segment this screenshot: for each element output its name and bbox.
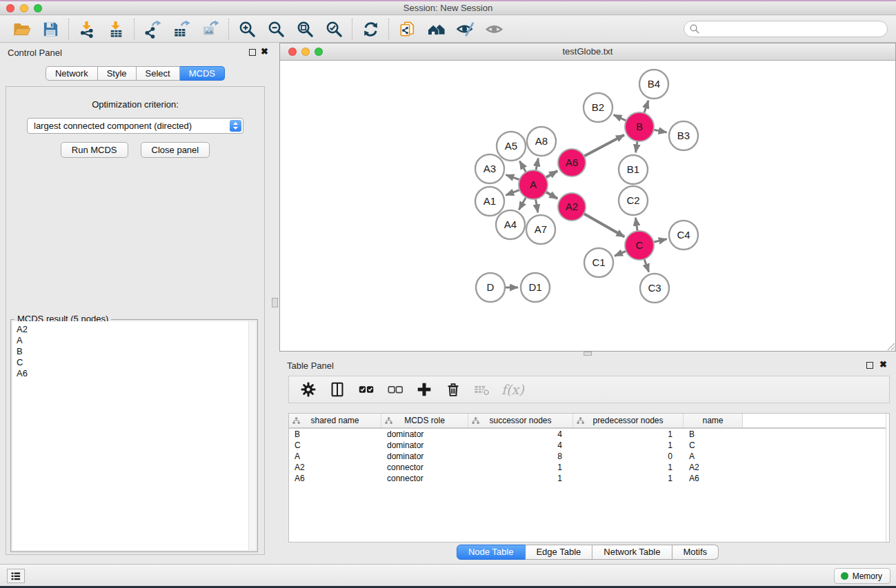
graph-node-C1[interactable]: C1 (584, 248, 613, 277)
select-all-rows-button[interactable] (354, 378, 379, 401)
tab-select[interactable]: Select (137, 66, 180, 81)
refresh-button[interactable] (356, 17, 385, 41)
minimize-network-button[interactable] (301, 48, 310, 56)
graph-node-C2[interactable]: C2 (619, 186, 648, 215)
graph-node-C4[interactable]: C4 (669, 221, 698, 250)
graph-node-A7[interactable]: A7 (526, 215, 555, 244)
add-column-button[interactable] (412, 378, 437, 401)
select-all-rows-icon (357, 381, 375, 398)
tab-network[interactable]: Network (46, 66, 98, 81)
mcds-result-list[interactable]: A2ABCA6 (12, 321, 248, 550)
delete-table-button[interactable] (470, 378, 495, 401)
minimize-window-button[interactable] (20, 4, 28, 12)
graph-node-A6[interactable]: A6 (558, 149, 586, 176)
memory-button[interactable]: Memory (834, 568, 890, 584)
table-cell: B (684, 429, 743, 439)
task-history-button[interactable] (7, 569, 25, 583)
graph-node-D1[interactable]: D1 (521, 273, 550, 302)
column-header-predecessor-nodes[interactable]: predecessor nodes (573, 414, 684, 427)
graph-node-B2[interactable]: B2 (584, 93, 613, 122)
graph-node-A4[interactable]: A4 (496, 210, 525, 239)
float-panel-icon[interactable] (249, 49, 256, 56)
show-columns-button[interactable] (325, 378, 350, 401)
graph-node-A3[interactable]: A3 (475, 154, 504, 183)
table-row[interactable]: Adominator80A (289, 451, 889, 462)
table-cell: 1 (468, 474, 573, 483)
export-network-button[interactable] (138, 17, 167, 41)
open-file-button[interactable] (7, 17, 36, 41)
result-item[interactable]: C (17, 357, 248, 368)
zoom-out-button[interactable] (261, 17, 290, 41)
list-icon (10, 570, 22, 582)
tab-edge-table[interactable]: Edge Table (525, 545, 593, 560)
tab-style[interactable]: Style (98, 66, 137, 81)
svg-text:A7: A7 (535, 223, 547, 235)
optimization-criterion-select[interactable]: largest connected component (directed) (27, 118, 243, 134)
result-scrollbar[interactable] (248, 321, 256, 550)
column-header-successor-nodes[interactable]: successor nodes (468, 414, 573, 427)
vertical-splitter[interactable] (270, 43, 279, 564)
graph-node-C3[interactable]: C3 (640, 274, 669, 303)
close-panel-icon[interactable]: ✖ (261, 47, 268, 57)
column-header-name[interactable]: name (684, 414, 743, 427)
search-input[interactable] (684, 21, 888, 37)
import-network-button[interactable] (72, 17, 101, 41)
table-row[interactable]: Cdominator41C (289, 440, 889, 451)
run-mcds-button[interactable]: Run MCDS (61, 142, 128, 158)
network-canvas[interactable]: B4B2BB3A8A5A6A3B1AC2A1A2A4A7C4CC1C3DD1 (280, 61, 895, 351)
resize-grip-icon[interactable] (886, 341, 895, 351)
result-item[interactable]: A2 (17, 324, 248, 335)
graph-node-A[interactable]: A (519, 170, 548, 199)
table-scrollbar[interactable] (886, 414, 889, 542)
zoom-in-button[interactable] (232, 17, 261, 41)
unselect-all-rows-button[interactable] (383, 378, 408, 401)
table-cell: connector (381, 463, 468, 472)
result-item[interactable]: B (17, 346, 248, 357)
graph-node-A8[interactable]: A8 (527, 127, 556, 156)
graph-node-D[interactable]: D (476, 273, 505, 302)
hide-panels-button[interactable] (450, 17, 479, 41)
splitter-handle[interactable] (272, 298, 278, 307)
table-row[interactable]: Bdominator41B (289, 429, 889, 440)
export-image-button[interactable] (196, 17, 225, 41)
delete-column-button[interactable] (441, 378, 466, 401)
zoom-fit-button[interactable] (290, 17, 319, 41)
tab-motifs[interactable]: Motifs (672, 545, 719, 560)
close-window-button[interactable] (6, 4, 14, 12)
tab-network-table[interactable]: Network Table (593, 545, 672, 560)
graph-node-B[interactable]: B (625, 112, 654, 141)
tab-mcds[interactable]: MCDS (180, 66, 225, 81)
graph-node-A2[interactable]: A2 (558, 193, 586, 221)
maximize-network-button[interactable] (315, 48, 323, 56)
graph-node-B3[interactable]: B3 (669, 121, 698, 150)
graph-node-B4[interactable]: B4 (639, 70, 668, 99)
close-network-button[interactable] (288, 48, 297, 56)
column-header-shared-name[interactable]: shared name (289, 414, 381, 427)
show-panels-button[interactable] (479, 17, 508, 41)
table-row[interactable]: A2connector11A2 (289, 462, 889, 473)
table-panel: Table Panel ✖ f(x) shared nameMCDS roles… (279, 356, 896, 564)
tab-node-table[interactable]: Node Table (457, 545, 526, 560)
apply-function-button[interactable]: f(x) (499, 382, 524, 397)
home-button[interactable] (421, 17, 450, 41)
graph-node-C[interactable]: C (625, 231, 654, 260)
close-table-panel-icon[interactable]: ✖ (879, 360, 887, 369)
result-item[interactable]: A (17, 335, 248, 346)
clone-network-button[interactable] (392, 17, 421, 41)
table-row[interactable]: A6connector11A6 (289, 473, 889, 484)
zoom-selected-button[interactable] (319, 17, 348, 41)
column-header-MCDS-role[interactable]: MCDS role (381, 414, 468, 427)
float-table-panel-icon[interactable] (866, 362, 873, 369)
graph-node-A1[interactable]: A1 (475, 187, 504, 216)
table-settings-button[interactable] (296, 378, 321, 401)
maximize-window-button[interactable] (34, 4, 42, 12)
close-panel-button[interactable]: Close panel (141, 142, 210, 158)
export-table-button[interactable] (167, 17, 196, 41)
import-table-button[interactable] (101, 17, 130, 41)
unselect-all-rows-icon (386, 381, 404, 398)
svg-text:C1: C1 (592, 256, 605, 268)
graph-node-A5[interactable]: A5 (497, 132, 526, 161)
result-item[interactable]: A6 (17, 368, 248, 379)
graph-node-B1[interactable]: B1 (619, 155, 648, 184)
save-session-button[interactable] (36, 17, 65, 41)
